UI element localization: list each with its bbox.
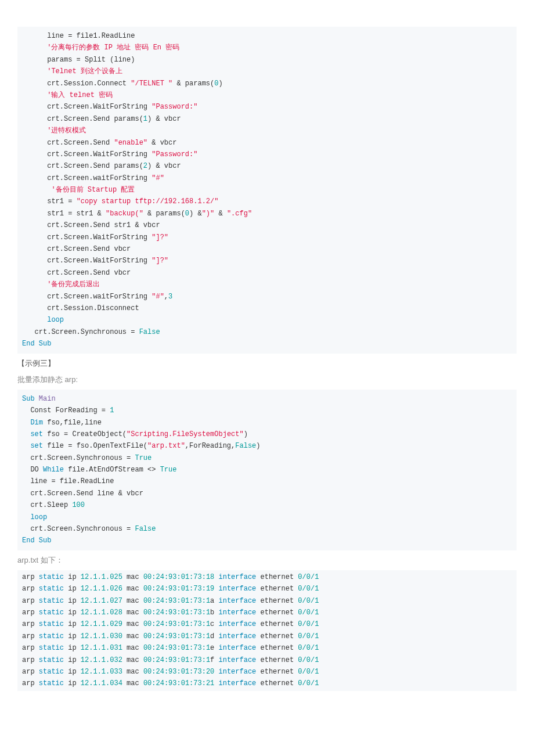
code-comment: '备份目前 Startup 配置 — [22, 186, 135, 194]
code-pre-2: Sub Main Const ForReading = 1 Dim fso,fi… — [22, 391, 512, 549]
code-line: crt.Screen.WaitForString "Password:" — [22, 150, 197, 159]
code-line: crt.Screen.Send "enable" & vbcr — [22, 139, 176, 147]
arp-line: arp static ip 12.1.1.028 mac 00:24:93:01… — [22, 607, 512, 618]
arp-line: arp static ip 12.1.1.025 mac 00:24:93:01… — [22, 571, 512, 583]
code-line: crt.Screen.Synchronous = True — [22, 454, 151, 462]
code-line: End Sub — [22, 537, 51, 545]
code-line: crt.Screen.Send str1 & vbcr — [22, 221, 160, 229]
code-comment: '备份完成后退出 — [22, 280, 100, 289]
arp-line: arp static ip 12.1.1.030 mac 00:24:93:01… — [22, 631, 512, 642]
code-line: crt.Screen.Send line & vbcr — [22, 489, 143, 498]
code-line: crt.Session.Disconnect — [22, 304, 139, 312]
heading-arp-file: arp.txt 如下： — [17, 554, 517, 567]
code-line: crt.Screen.Send params(2) & vbcr — [22, 162, 181, 170]
code-line: crt.Sleep 100 — [22, 501, 85, 509]
code-pre-1: line = file1.ReadLine '分离每行的参数 IP 地址 密码 … — [22, 28, 512, 352]
code-line: str1 = "copy startup tftp://192.168.1.2/… — [22, 197, 218, 206]
arp-line: arp static ip 12.1.1.026 mac 00:24:93:01… — [22, 583, 512, 595]
code-line: Dim fso,file,line — [22, 419, 102, 427]
code-line: End Sub — [22, 340, 51, 348]
code-line: crt.Screen.WaitForString "]?" — [22, 257, 168, 265]
code-line: Const ForReading = 1 — [22, 406, 114, 415]
code-line: line = file1.ReadLine — [22, 32, 135, 40]
code-line: crt.Screen.Send params(1) & vbcr — [22, 115, 181, 123]
code-line: DO While file.AtEndOfStream <> True — [22, 466, 176, 474]
code-comment: '进特权模式 — [22, 127, 86, 135]
code-line: crt.Screen.Synchronous = False — [22, 328, 160, 336]
arp-line: arp static ip 12.1.1.031 mac 00:24:93:01… — [22, 642, 512, 654]
code-line: crt.Screen.WaitForString "Password:" — [22, 103, 197, 111]
code-line: line = file.ReadLine — [22, 477, 114, 485]
code-line: loop — [22, 513, 47, 521]
code-line: str1 = str1 & "backup(" & params(0) &")"… — [22, 210, 252, 218]
code-line: loop — [22, 316, 64, 324]
code-line: crt.Screen.Synchronous = False — [22, 525, 156, 533]
code-line: crt.Session.Connect "/TELNET " & params(… — [22, 80, 223, 88]
code-line: crt.Screen.waitForString "#" — [22, 174, 164, 182]
code-line: crt.Screen.Send vbcr — [22, 269, 131, 277]
arp-block: arp static ip 12.1.1.025 mac 00:24:93:01… — [17, 570, 517, 691]
heading-desc: 批量添加静态 arp: — [17, 373, 517, 386]
code-line: crt.Screen.Send vbcr — [22, 245, 131, 253]
heading-example-3: 【示例三】 — [17, 357, 517, 370]
arp-line: arp static ip 12.1.1.034 mac 00:24:93:01… — [22, 678, 512, 689]
code-line: crt.Screen.WaitForString "]?" — [22, 233, 168, 242]
code-line: set file = fso.OpenTextFile("arp.txt",Fo… — [22, 442, 261, 450]
code-line: params = Split (line) — [22, 56, 135, 64]
arp-line: arp static ip 12.1.1.032 mac 00:24:93:01… — [22, 654, 512, 666]
code-comment: '分离每行的参数 IP 地址 密码 En 密码 — [22, 44, 179, 52]
code-line: set fso = CreateObject("Scripting.FileSy… — [22, 430, 248, 438]
code-block-2: Sub Main Const ForReading = 1 Dim fso,fi… — [17, 390, 517, 550]
arp-line: arp static ip 12.1.1.029 mac 00:24:93:01… — [22, 618, 512, 630]
arp-line: arp static ip 12.1.1.033 mac 00:24:93:01… — [22, 666, 512, 678]
code-comment: '输入 telnet 密码 — [22, 91, 113, 99]
code-line: Sub Main — [22, 395, 56, 403]
arp-line: arp static ip 12.1.1.027 mac 00:24:93:01… — [22, 595, 512, 607]
code-comment: 'Telnet 到这个设备上 — [22, 67, 122, 75]
code-block-1: line = file1.ReadLine '分离每行的参数 IP 地址 密码 … — [17, 27, 517, 354]
code-line: crt.Screen.waitForString "#",3 — [22, 293, 172, 301]
